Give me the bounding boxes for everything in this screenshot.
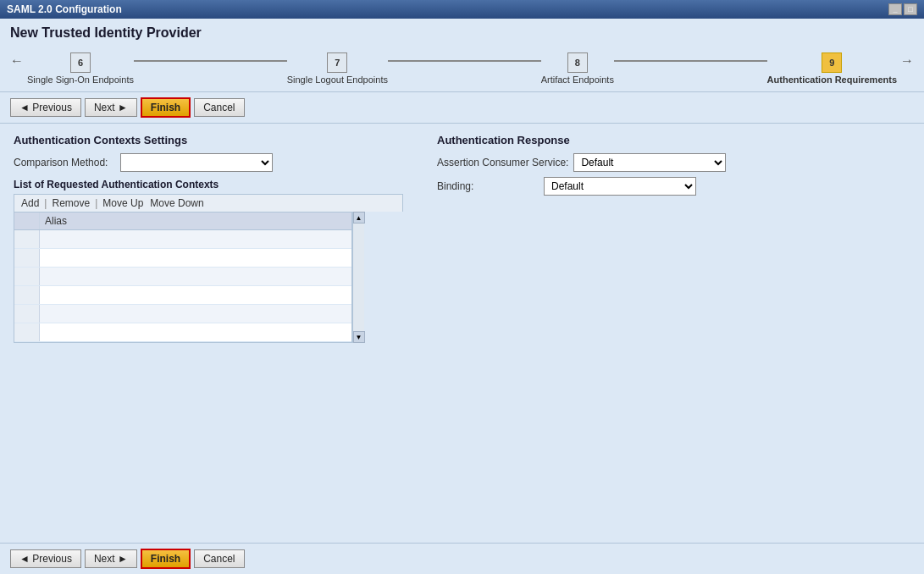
table-row xyxy=(14,230,351,249)
table-row xyxy=(14,249,351,268)
wizard-step-9: 9 Authentication Requirements xyxy=(767,52,897,85)
wizard-step-7: 7 Single Logout Endpoints xyxy=(287,52,388,85)
comparison-method-label: Comparison Method: xyxy=(14,157,115,168)
bottom-next-button[interactable]: Next ► xyxy=(85,549,137,568)
sep-1: | xyxy=(44,197,47,209)
right-panel: Authentication Response Assertion Consum… xyxy=(437,134,910,533)
list-section-title: List of Requested Authentication Context… xyxy=(14,179,403,190)
sep-2: | xyxy=(95,197,97,209)
comparison-method-select[interactable]: exact minimum maximum better xyxy=(120,153,273,172)
window-header: New Trusted Identity Provider ← 6 Single… xyxy=(0,19,924,92)
step-line-8-9 xyxy=(614,60,767,62)
restore-button[interactable]: □ xyxy=(904,3,917,15)
move-up-button[interactable]: Move Up xyxy=(99,196,147,210)
row-alias-1 xyxy=(40,230,351,248)
row-num-2 xyxy=(14,249,40,267)
table-row xyxy=(14,305,351,323)
wizard-steps: ← 6 Single Sign-On Endpoints 7 Single Lo… xyxy=(10,47,914,88)
step-line-7-8 xyxy=(388,60,541,62)
list-table-header: Alias xyxy=(14,212,351,230)
binding-label: Binding: xyxy=(437,180,539,192)
title-bar: SAML 2.0 Configuration _ □ xyxy=(0,0,924,19)
comparison-method-row: Comparison Method: exact minimum maximum… xyxy=(14,153,403,172)
row-alias-3 xyxy=(40,268,351,285)
wizard-step-7-num: 7 xyxy=(327,52,347,73)
list-header-num xyxy=(14,212,40,229)
wizard-step-9-label: Authentication Requirements xyxy=(767,75,897,85)
top-cancel-button[interactable]: Cancel xyxy=(194,98,244,117)
row-alias-6 xyxy=(40,323,351,341)
title-bar-text: SAML 2.0 Configuration xyxy=(7,3,122,15)
bottom-finish-button[interactable]: Finish xyxy=(141,549,191,569)
list-toolbar: Add | Remove | Move Up Move Down xyxy=(14,194,403,212)
bottom-previous-button[interactable]: ◄ Previous xyxy=(10,549,81,568)
row-alias-2 xyxy=(40,249,351,267)
remove-button[interactable]: Remove xyxy=(48,196,93,210)
row-num-6 xyxy=(14,323,40,341)
step-line-6-7 xyxy=(134,60,287,62)
content-area: Authentication Contexts Settings Compari… xyxy=(0,124,924,543)
list-header-alias: Alias xyxy=(40,212,351,229)
binding-row: Binding: Default xyxy=(437,177,910,196)
table-row xyxy=(14,286,351,305)
wizard-step-8-num: 8 xyxy=(567,52,588,73)
wizard-step-8: 8 Artifact Endpoints xyxy=(541,52,614,85)
assertion-consumer-select[interactable]: Default xyxy=(573,153,726,172)
auth-contexts-section-title: Authentication Contexts Settings xyxy=(14,134,403,146)
bottom-toolbar: ◄ Previous Next ► Finish Cancel xyxy=(0,543,924,574)
row-num-3 xyxy=(14,268,40,285)
add-button[interactable]: Add xyxy=(18,196,42,210)
top-toolbar: ◄ Previous Next ► Finish Cancel xyxy=(0,92,924,124)
bottom-cancel-button[interactable]: Cancel xyxy=(194,549,244,568)
list-table: Alias xyxy=(14,212,352,343)
page-title: New Trusted Identity Provider xyxy=(10,25,914,41)
wizard-step-8-label: Artifact Endpoints xyxy=(541,75,614,85)
table-row xyxy=(14,268,351,286)
scroll-down-button[interactable]: ▼ xyxy=(353,331,365,343)
row-alias-4 xyxy=(40,286,351,304)
minimize-button[interactable]: _ xyxy=(888,3,902,15)
wizard-step-9-num: 9 xyxy=(822,52,842,73)
auth-context-list: Alias xyxy=(14,212,403,343)
table-row xyxy=(14,323,351,342)
top-finish-button[interactable]: Finish xyxy=(141,97,191,118)
left-panel: Authentication Contexts Settings Compari… xyxy=(14,134,403,533)
wizard-arrow-right-icon: → xyxy=(900,53,914,69)
list-scrollbar[interactable]: ▲ ▼ xyxy=(352,212,364,343)
assertion-consumer-label: Assertion Consumer Service: xyxy=(437,157,568,168)
wizard-step-6-label: Single Sign-On Endpoints xyxy=(27,75,134,85)
top-next-button[interactable]: Next ► xyxy=(85,98,137,117)
row-num-4 xyxy=(14,286,40,304)
row-num-1 xyxy=(14,230,40,248)
wizard-step-6: 6 Single Sign-On Endpoints xyxy=(27,52,134,85)
top-previous-button[interactable]: ◄ Previous xyxy=(10,98,81,117)
wizard-arrow-left-icon: ← xyxy=(10,53,24,69)
main-window: New Trusted Identity Provider ← 6 Single… xyxy=(0,19,924,574)
scroll-up-button[interactable]: ▲ xyxy=(353,212,365,224)
wizard-step-7-label: Single Logout Endpoints xyxy=(287,75,388,85)
assertion-consumer-row: Assertion Consumer Service: Default xyxy=(437,153,910,172)
move-down-button[interactable]: Move Down xyxy=(147,196,207,210)
auth-response-section-title: Authentication Response xyxy=(437,134,910,146)
title-bar-controls: _ □ xyxy=(888,3,917,15)
wizard-step-6-num: 6 xyxy=(70,52,91,73)
row-alias-5 xyxy=(40,305,351,323)
row-num-5 xyxy=(14,305,40,323)
binding-select[interactable]: Default xyxy=(544,177,696,196)
